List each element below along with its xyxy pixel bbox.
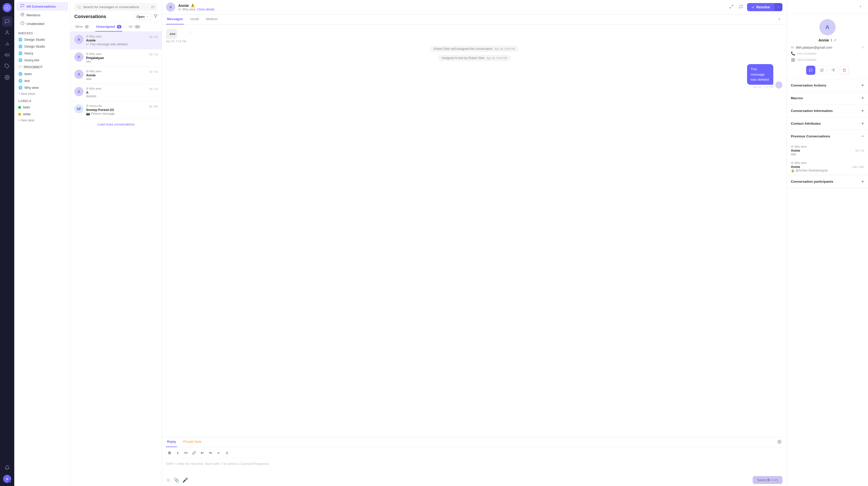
prev-conv-item[interactable]: Why wine Annie 7d • 7d aaa — [787, 142, 868, 159]
message-menu-icon[interactable]: ⋮ — [188, 30, 192, 35]
compose-tab-reply[interactable]: Reply — [166, 437, 177, 447]
undo-btn[interactable]: ↩ — [198, 449, 206, 456]
inbox-rroobbot[interactable]: 🛡 RROOBBOT — [14, 64, 70, 70]
contact-phone-row: 📞 Not Available — [791, 51, 864, 57]
inbox-why-wine[interactable]: 🌐 Why wine — [14, 84, 70, 91]
tab-mine[interactable]: Mine 0 — [74, 22, 90, 32]
inbox-globe-icon: 🌐 — [18, 72, 22, 76]
sidebar-item-mentions[interactable]: Mentions — [16, 11, 68, 19]
search-bar[interactable] — [74, 3, 158, 11]
prev-conv-row: Annie 13d • 16h — [791, 165, 864, 169]
inboxes-header: Inboxes — [14, 29, 70, 36]
tab-more-btn[interactable] — [776, 14, 782, 25]
panel-close-icon[interactable] — [857, 3, 864, 11]
send-btn[interactable]: Send (⌘ + ↵) — [753, 476, 782, 484]
app-logo[interactable] — [3, 3, 12, 12]
contact-link-icon[interactable]: ↗ — [833, 38, 836, 42]
accordion-header-contact-attributes[interactable]: Contact Attributes + — [787, 117, 868, 130]
accordion-header-conv-participants[interactable]: Conversation participants + — [787, 175, 868, 188]
inbox-design-studio-1[interactable]: 🌐 Design Studio — [14, 36, 70, 43]
list-icon — [225, 451, 228, 455]
nav-conversations[interactable] — [2, 16, 12, 27]
label-hello[interactable]: hello — [14, 104, 70, 111]
conv-avatar: A — [74, 87, 84, 96]
compose-settings-btn[interactable] — [776, 437, 782, 447]
right-panel-header — [787, 0, 868, 14]
nav-reports[interactable] — [2, 39, 12, 49]
compose-tab-note[interactable]: Private Note — [182, 437, 203, 447]
nav-notifications[interactable] — [2, 462, 12, 473]
close-details-link[interactable]: Close details — [197, 8, 215, 11]
resolve-dropdown-btn[interactable] — [774, 3, 782, 11]
contact-action-edit[interactable] — [817, 66, 827, 75]
send-email-icon[interactable] — [737, 3, 745, 11]
inbox-hoory-info[interactable]: 🌐 Hoory.info — [14, 57, 70, 64]
contact-action-delete[interactable] — [840, 66, 849, 75]
conv-item[interactable]: A Why wine Annie ↩ This message was dele… — [70, 32, 162, 50]
expand-icon[interactable] — [728, 3, 735, 11]
contact-info-icon[interactable]: ℹ — [831, 38, 832, 42]
inbox-design-studio-2[interactable]: 🌐 Design Studio — [14, 43, 70, 50]
conv-name: Annie — [86, 38, 146, 42]
label-white[interactable]: white — [14, 111, 70, 118]
conv-body: Why wine Pmjalalyan xxx — [86, 53, 146, 63]
nav-labels[interactable] — [2, 61, 12, 71]
status-filter-btn[interactable]: Open — [134, 13, 152, 20]
compose-input-placeholder[interactable]: Shift + enter for new line. Start with '… — [162, 459, 786, 474]
chevron-down-icon — [146, 15, 149, 18]
conv-item[interactable]: A Why wine Annie aaa 7d • 7d — [70, 67, 162, 84]
resolve-main-btn[interactable]: Resolve — [747, 3, 774, 11]
resolve-btn: Resolve — [747, 3, 782, 11]
prev-conv-item[interactable]: Why wine Annie 13d • 16h 🔒 @Armen Hovhan… — [787, 159, 868, 175]
italic-btn[interactable]: I — [174, 449, 181, 456]
attachment-btn[interactable]: 📎 — [174, 477, 179, 483]
nav-settings[interactable] — [2, 72, 12, 83]
list-btn[interactable] — [223, 449, 230, 456]
inbox-test[interactable]: 🌐 test — [14, 77, 70, 84]
audio-btn[interactable]: 🎤 — [182, 477, 188, 483]
new-label-btn[interactable]: + New label — [14, 118, 70, 123]
new-inbox-btn[interactable]: + New inbox — [14, 91, 70, 97]
tab-all[interactable]: All 11 — [128, 22, 141, 32]
conv-item[interactable]: SF Hoory.info Snowy-Forest-23 📷 Picture … — [70, 101, 162, 119]
load-more-btn[interactable]: Load more conversations — [70, 119, 162, 130]
accordion-header-macros[interactable]: Macros + — [787, 92, 868, 104]
conv-inbox: Hoory.info — [86, 104, 146, 107]
accordion-header-previous-conversations[interactable]: Previous Conversations − — [787, 130, 868, 142]
conv-item[interactable]: A Why wine A dasdas 7d • 7d — [70, 84, 162, 101]
nav-contacts[interactable] — [2, 28, 12, 38]
svg-rect-12 — [152, 6, 154, 8]
prev-conv-time: 7d • 7d — [855, 149, 864, 152]
user-avatar[interactable]: A — [3, 475, 11, 483]
tab-ucraft[interactable]: Ucraft — [189, 14, 200, 25]
tab-unassigned[interactable]: Unassigned 5 — [95, 22, 122, 32]
copy-email-icon[interactable]: ⎘ — [862, 45, 864, 49]
redo-btn[interactable]: ↪ — [207, 449, 214, 456]
left-nav: A — [0, 0, 14, 486]
prev-conv-name: Annie — [791, 165, 800, 169]
inbox-hoory[interactable]: 🌐 Hoory — [14, 50, 70, 57]
conv-item[interactable]: P Why wine Pmjalalyan xxx 7d • 7d — [70, 50, 162, 67]
search-input[interactable] — [83, 5, 149, 9]
emoji-btn[interactable]: ☺ — [166, 477, 170, 483]
warning-icon: ⚠️ — [190, 3, 195, 7]
nav-campaigns[interactable] — [2, 50, 12, 60]
sidebar-item-all-conversations[interactable]: All Conversations — [16, 2, 68, 11]
tab-messages[interactable]: Messages — [166, 14, 184, 25]
code-btn[interactable]: <> — [182, 449, 189, 456]
contact-action-send[interactable] — [829, 66, 838, 75]
search-icon — [78, 5, 81, 9]
accordion-header-conversation-actions[interactable]: Conversation Actions + — [787, 79, 868, 92]
inbox-shield-icon: 🛡 — [18, 65, 22, 69]
conv-preview: 📷 Picture message — [86, 112, 146, 116]
inbox-team[interactable]: 🌐 team — [14, 70, 70, 77]
accordion-header-conversation-info[interactable]: Conversation Information + — [787, 105, 868, 117]
link-btn[interactable] — [190, 449, 197, 456]
svg-point-29 — [779, 441, 780, 442]
contact-action-new-conv[interactable] — [806, 66, 815, 75]
sidebar-item-unattended[interactable]: Unattended — [16, 19, 68, 28]
align-btn[interactable]: ≡ — [215, 449, 222, 456]
bold-btn[interactable]: B — [166, 449, 173, 456]
filter-icon[interactable] — [154, 14, 158, 19]
tab-medium[interactable]: Medium — [205, 14, 219, 25]
